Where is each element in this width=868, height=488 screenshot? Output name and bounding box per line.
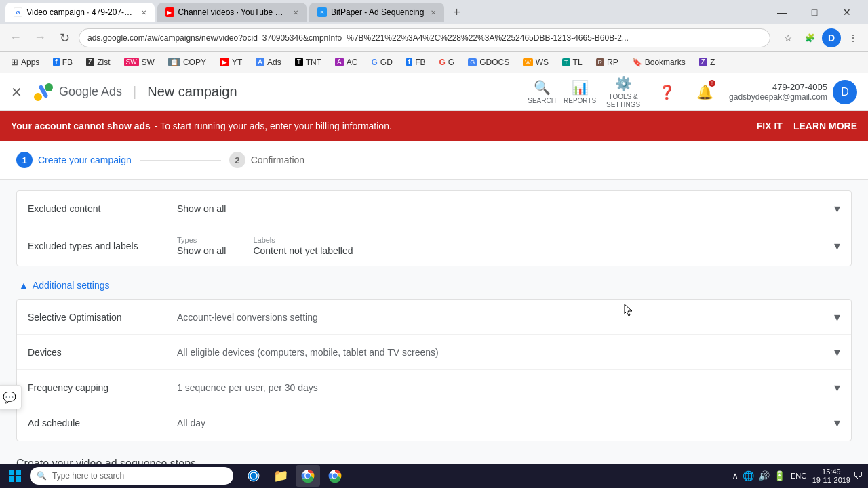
svg-rect-6 — [16, 476, 21, 482]
chat-icon: 💬 — [3, 391, 16, 404]
taskbar-search-bar[interactable]: 🔍 Type here to search — [30, 467, 233, 485]
excluded-content-row: Excluded content Show on all ▾ — [17, 191, 851, 226]
tray-sound-icon[interactable]: 🔊 — [758, 470, 770, 481]
svg-rect-3 — [9, 470, 14, 475]
tray-battery-icon[interactable]: 🔋 — [774, 470, 785, 481]
search-label: SEARCH — [528, 97, 556, 104]
help-header-button[interactable]: ❓ — [653, 79, 680, 106]
bookmark-yt[interactable]: ▶ YT — [214, 54, 248, 70]
additional-settings-toggle[interactable]: ▲ Additional settings — [16, 272, 852, 299]
close-button[interactable]: ✕ — [831, 3, 863, 22]
refresh-button[interactable]: ↻ — [54, 28, 75, 48]
excluded-content-card: Excluded content Show on all ▾ Excluded … — [16, 190, 852, 266]
notifications-header-button[interactable]: 🔔 ! — [691, 79, 718, 106]
selective-optimisation-value: Account-level conversions setting — [177, 312, 834, 323]
bookmark-fb[interactable]: f FB — [47, 54, 78, 70]
additional-settings-label: Additional settings — [33, 280, 110, 291]
forward-button[interactable]: → — [30, 28, 50, 48]
taskbar-chrome-button[interactable] — [296, 465, 320, 487]
page-title: New campaign — [147, 84, 237, 100]
devices-expand-icon[interactable]: ▾ — [834, 345, 840, 360]
bookmark-copy[interactable]: 📋 COPY — [163, 54, 212, 70]
fix-it-button[interactable]: FIX IT — [757, 121, 783, 131]
bookmark-ws[interactable]: W WS — [517, 54, 554, 70]
bookmark-sw[interactable]: SW SW — [119, 54, 160, 70]
ads-close-button[interactable]: ✕ — [11, 84, 22, 100]
learn-more-button[interactable]: LEARN MORE — [793, 121, 857, 131]
avatar[interactable]: D — [833, 80, 857, 104]
tab3-title: BitPaper - Ad Sequencing — [331, 7, 424, 17]
types-group: Types Show on all — [177, 236, 226, 256]
notification-badge: ! — [709, 80, 715, 87]
tab1-close[interactable]: ✕ — [141, 9, 146, 16]
bookmark-g[interactable]: G G — [433, 54, 460, 70]
tab3-close[interactable]: ✕ — [431, 9, 436, 16]
bookmark-tl[interactable]: T TL — [557, 54, 588, 70]
bookmark-sw-label: SW — [142, 58, 155, 67]
tab-1[interactable]: G Video campaign · 479-207-4005 ✕ — [5, 3, 155, 22]
tools-icon: ⚙️ — [615, 75, 632, 92]
start-button[interactable] — [3, 465, 27, 487]
reports-header-button[interactable]: 📊 REPORTS — [566, 79, 593, 106]
more-button[interactable]: ⋮ — [844, 28, 863, 47]
bookmark-ads[interactable]: A Ads — [250, 54, 286, 70]
bookmark-bookmarks[interactable]: 🔖 Bookmarks — [627, 54, 691, 70]
tools-header-button[interactable]: ⚙️ TOOLS &SETTINGS — [604, 79, 642, 106]
taskbar-apps: 📁 — [241, 465, 347, 487]
chrome-icon — [301, 469, 315, 483]
tab-2[interactable]: ▶ Channel videos · YouTube Studio ✕ — [157, 3, 307, 22]
ad-schedule-expand-icon[interactable]: ▾ — [834, 415, 840, 430]
taskbar-chrome2-button[interactable] — [323, 465, 347, 487]
chat-bubble-button[interactable]: 💬 — [0, 385, 22, 409]
new-tab-button[interactable]: + — [447, 3, 466, 22]
bookmark-fb2[interactable]: f FB — [401, 54, 431, 70]
step1-label: Create your campaign — [38, 155, 132, 165]
selective-optimisation-row: Selective Optimisation Account-level con… — [17, 300, 851, 335]
account-phone: 479-207-4005 — [772, 82, 827, 92]
back-button[interactable]: ← — [5, 28, 26, 48]
taskbar-cortana-button[interactable] — [241, 465, 266, 487]
tab1-title: Video campaign · 479-207-4005 — [26, 7, 134, 17]
tray-clock[interactable]: 15:49 19-11-2019 — [812, 468, 850, 484]
tray-more-icon[interactable]: ∧ — [732, 470, 738, 481]
help-icon: ❓ — [658, 84, 675, 100]
profile-button[interactable]: D — [822, 28, 841, 47]
tray-notifications-icon[interactable]: 🗨 — [853, 470, 863, 481]
taskbar-files-button[interactable]: 📁 — [269, 465, 293, 487]
excluded-types-values: Types Show on all Labels Content not yet… — [177, 236, 834, 256]
bookmark-tnt[interactable]: T TNT — [290, 54, 327, 70]
frequency-capping-expand-icon[interactable]: ▾ — [834, 380, 840, 395]
ads-header: ✕ Google Ads | New campaign 🔍 SEARCH 📊 R… — [0, 73, 868, 111]
bookmark-zist[interactable]: Z Zist — [81, 54, 115, 70]
minimize-button[interactable]: — — [766, 3, 797, 22]
search-header-button[interactable]: 🔍 SEARCH — [528, 79, 555, 106]
bookmark-gdocs[interactable]: G GDOCS — [462, 54, 515, 70]
extensions-button[interactable]: 🧩 — [800, 28, 819, 47]
bookmark-ac[interactable]: A AC — [330, 54, 363, 70]
step2-number: 2 — [235, 155, 239, 165]
excluded-content-expand-icon[interactable]: ▾ — [834, 201, 840, 216]
bookmark-tnt-label: TNT — [306, 58, 321, 67]
bookmark-ac-label: AC — [347, 58, 358, 67]
nav-icons: ☆ 🧩 D ⋮ — [778, 28, 863, 47]
selective-optimisation-label: Selective Optimisation — [28, 312, 177, 323]
bookmark-z[interactable]: Z Z — [694, 54, 720, 70]
alert-text-normal: - To start running your ads, enter your … — [155, 121, 392, 131]
maximize-button[interactable]: □ — [799, 3, 830, 22]
address-bar[interactable]: ads.google.com/aw/campaigns/new/video?oc… — [79, 28, 770, 47]
bookmark-rp[interactable]: R RP — [591, 54, 624, 70]
step-2: 2 Confirmation — [229, 152, 304, 168]
bookmark-fb2-label: FB — [415, 58, 425, 67]
tab2-close[interactable]: ✕ — [293, 9, 298, 16]
bookmark-apps[interactable]: ⊞ Apps — [5, 54, 45, 70]
bookmark-star-button[interactable]: ☆ — [778, 28, 797, 47]
bookmark-gd[interactable]: G GD — [366, 54, 397, 70]
labels-label: Labels — [253, 236, 353, 244]
ads-logo-text: Google Ads — [59, 85, 122, 99]
tray-icons: ∧ 🌐 🔊 🔋 — [732, 470, 785, 481]
excluded-types-expand-icon[interactable]: ▾ — [834, 239, 840, 253]
tab-3[interactable]: B BitPaper - Ad Sequencing ✕ — [309, 3, 444, 22]
step1-circle: 1 — [16, 152, 33, 168]
selective-optimisation-expand-icon[interactable]: ▾ — [834, 310, 840, 325]
tray-network-icon[interactable]: 🌐 — [743, 470, 754, 481]
